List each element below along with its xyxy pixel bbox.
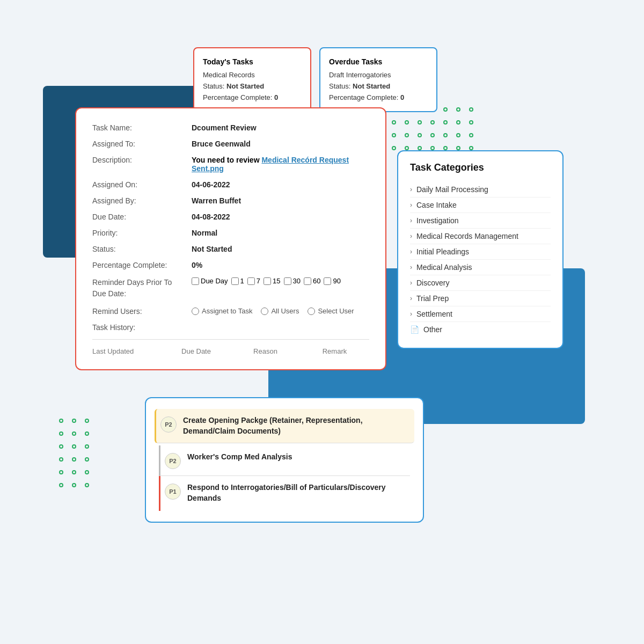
description-row: Description: You need to review Medical …: [92, 156, 369, 173]
assigned-by-value: Warren Buffet: [192, 196, 241, 205]
priority-badge-2: P2: [165, 453, 181, 469]
history-col-reason: Reason: [231, 347, 300, 355]
radio-assigned-to-task-input[interactable]: [192, 308, 199, 315]
reminder-7-checkbox[interactable]: [247, 277, 255, 285]
description-value: You need to review Medical Recórd Reques…: [192, 156, 369, 173]
chevron-icon: ›: [410, 201, 412, 209]
overdue-tasks-card: Overdue Tasks Draft Interrogatories Stat…: [319, 47, 437, 112]
radio-all-users[interactable]: All Users: [261, 307, 299, 315]
category-investigation-label: Investigation: [416, 216, 459, 225]
reminder-due-day-checkbox[interactable]: [192, 277, 199, 285]
assigned-to-label: Assigned To:: [92, 140, 192, 148]
chevron-icon: ›: [410, 232, 412, 240]
task-history-label: Task History:: [92, 323, 192, 332]
due-date-label: Due Date:: [92, 213, 192, 221]
category-discovery-label: Discovery: [416, 279, 449, 287]
doc-icon: 📄: [410, 325, 419, 334]
category-medical-analysis-label: Medical Analysis: [416, 263, 472, 272]
overdue-tasks-name: Draft Interrogatories: [329, 70, 428, 81]
overdue-tasks-status: Status: Not Started: [329, 81, 428, 92]
priority-label: Priority:: [92, 229, 192, 237]
radio-select-user-input[interactable]: [308, 308, 315, 315]
assigned-on-row: Assigned On: 04-06-2022: [92, 180, 369, 189]
todays-tasks-percentage: Percentage Complete: 0: [203, 92, 302, 104]
assigned-on-label: Assigned On:: [92, 180, 192, 189]
priority-badge-3: P1: [165, 484, 181, 500]
reminder-90[interactable]: 90: [324, 277, 340, 285]
reminder-1[interactable]: 1: [231, 277, 244, 285]
percentage-row: Percentage Complete: 0%: [92, 261, 369, 269]
category-settlement-label: Settlement: [416, 310, 452, 318]
reminder-60-checkbox[interactable]: [304, 277, 311, 285]
reminder-row: Reminder Days Prior ToDue Date: Due Day …: [92, 277, 369, 299]
task-list-text-1: Create Opening Packge (Retainer, Represe…: [183, 415, 410, 436]
category-case-intake-label: Case Intake: [416, 201, 457, 209]
task-name-row: Task Name: Dcoument Review: [92, 123, 369, 132]
reminder-15-checkbox[interactable]: [264, 277, 271, 285]
radio-all-users-input[interactable]: [261, 308, 268, 315]
reminder-90-checkbox[interactable]: [324, 277, 331, 285]
task-name-value: Dcoument Review: [192, 123, 257, 132]
category-trial-prep[interactable]: › Trial Prep: [410, 291, 551, 306]
task-categories-card: Task Categories › Daily Mail Processing …: [397, 150, 564, 349]
reminder-label: Reminder Days Prior ToDue Date:: [92, 277, 192, 299]
chevron-icon: ›: [410, 310, 412, 318]
assigned-by-label: Assigned By:: [92, 196, 192, 205]
status-label: Status:: [92, 245, 192, 253]
todays-tasks-name: Medical Records: [203, 70, 302, 81]
reminder-30-checkbox[interactable]: [284, 277, 291, 285]
category-daily-mail-label: Daily Mail Processing: [416, 185, 488, 194]
category-medical-records[interactable]: › Medical Records Management: [410, 229, 551, 244]
radio-assigned-to-task[interactable]: Assignet to Task: [192, 307, 252, 315]
remind-users-label: Remind Users:: [92, 307, 192, 316]
percentage-label: Percentage Complete:: [92, 261, 192, 269]
history-col-due-date: Due Date: [162, 347, 231, 355]
reminder-1-checkbox[interactable]: [231, 277, 239, 285]
chevron-icon: ›: [410, 264, 412, 271]
category-discovery[interactable]: › Discovery: [410, 275, 551, 291]
category-other[interactable]: 📄 Other: [410, 322, 551, 337]
category-investigation[interactable]: › Investigation: [410, 213, 551, 229]
dot-grid-top-right: [392, 107, 479, 156]
assigned-by-row: Assigned By: Warren Buffet: [92, 196, 369, 205]
category-daily-mail[interactable]: › Daily Mail Processing: [410, 182, 551, 197]
chevron-icon: ›: [410, 217, 412, 224]
task-history-table: Last Updated Due Date Reason Remark: [92, 339, 369, 358]
reminder-checkboxes: Due Day 1 7 15 30 60: [192, 277, 341, 285]
chevron-icon: ›: [410, 295, 412, 302]
todays-tasks-title: Today's Tasks: [203, 56, 302, 68]
category-medical-analysis[interactable]: › Medical Analysis: [410, 260, 551, 275]
overdue-tasks-title: Overdue Tasks: [329, 56, 428, 68]
status-row: Status: Not Started: [92, 245, 369, 253]
category-other-label: Other: [423, 325, 442, 334]
description-label: Description:: [92, 156, 192, 164]
radio-select-user[interactable]: Select User: [308, 307, 354, 315]
reminder-7[interactable]: 7: [247, 277, 260, 285]
percentage-value: 0%: [192, 261, 202, 269]
reminder-60[interactable]: 60: [304, 277, 320, 285]
reminder-15[interactable]: 15: [264, 277, 280, 285]
chevron-icon: ›: [410, 248, 412, 255]
category-settlement[interactable]: › Settlement: [410, 306, 551, 322]
history-col-remark: Remark: [300, 347, 369, 355]
reminder-30[interactable]: 30: [284, 277, 301, 285]
priority-value: Normal: [192, 229, 217, 237]
task-list-item-1: P2 Create Opening Packge (Retainer, Repr…: [155, 409, 414, 443]
category-case-intake[interactable]: › Case Intake: [410, 197, 551, 213]
due-date-row: Due Date: 04-08-2022: [92, 213, 369, 221]
task-list-card: P2 Create Opening Packge (Retainer, Repr…: [145, 397, 424, 523]
status-value: Not Started: [192, 245, 232, 253]
category-initial-pleadings[interactable]: › Initial Pleadings: [410, 244, 551, 260]
priority-row: Priority: Normal: [92, 229, 369, 237]
task-list-item-2: P2 Worker's Comp Med Analysis: [159, 445, 410, 476]
task-list-text-3: Respond to Interrogatories/Bill of Parti…: [187, 482, 410, 503]
category-trial-prep-label: Trial Prep: [416, 294, 449, 303]
history-col-last-updated: Last Updated: [92, 347, 162, 355]
history-table-header: Last Updated Due Date Reason Remark: [92, 344, 369, 358]
task-list-text-2: Worker's Comp Med Analysis: [187, 452, 292, 463]
assigned-to-value: Bruce Geenwald: [192, 140, 251, 148]
dot-grid-bottom-left: [59, 419, 94, 493]
task-history-label-row: Task History:: [92, 323, 369, 332]
due-date-value: 04-08-2022: [192, 213, 230, 221]
reminder-due-day[interactable]: Due Day: [192, 277, 228, 285]
